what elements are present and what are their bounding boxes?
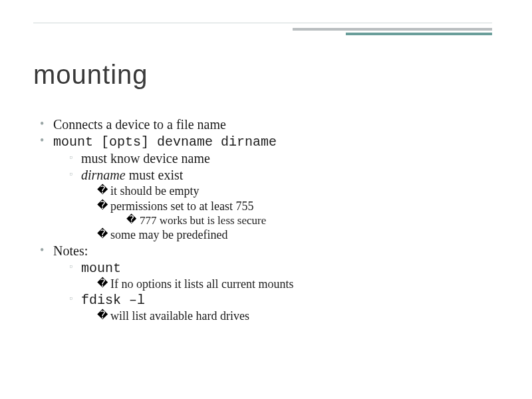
note-mount-desc: If no options it lists all current mount… (97, 277, 499, 292)
text: mount (81, 261, 121, 276)
text: it should be empty (110, 184, 200, 198)
slide: mounting Connects a device to a file nam… (0, 0, 532, 399)
text: must know device name (81, 151, 210, 166)
slide-title: mounting (33, 60, 148, 90)
text: fdisk –l (81, 293, 145, 308)
text: If no options it lists all current mount… (110, 277, 293, 291)
sub-dirname-exist: dirname must exist it should be empty pe… (69, 167, 499, 243)
text: mount [opts] devname dirname (53, 134, 277, 150)
slide-body: Connects a device to a file name mount [… (40, 116, 499, 324)
text: must exist (126, 168, 184, 182)
rule-long (33, 23, 492, 23)
sub-empty: it should be empty (97, 184, 499, 199)
sub-perm-755: permissions set to at least 755 777 work… (97, 199, 499, 228)
text: 777 works but is less secure (140, 214, 266, 227)
note-fdisk: fdisk –l will list available hard drives (69, 291, 499, 324)
text: Notes: (53, 243, 88, 258)
bullet-connects: Connects a device to a file name (40, 116, 499, 133)
dirname-word: dirname (81, 168, 126, 182)
note-fdisk-desc: will list available hard drives (97, 309, 499, 324)
bullet-mount-cmd: mount [opts] devname dirname must know d… (40, 133, 499, 243)
rule-grey (293, 28, 492, 31)
text: will list available hard drives (110, 309, 249, 323)
text: permissions set to at least 755 (110, 200, 253, 213)
rule-teal (346, 33, 492, 35)
sub-777: 777 works but is less secure (126, 213, 499, 227)
note-mount: mount If no options it lists all current… (69, 259, 499, 292)
sub-predefined: some may be predefined (97, 227, 499, 243)
sub-must-know: must know device name (69, 150, 499, 167)
bullet-notes: Notes: mount If no options it lists all … (40, 243, 499, 324)
text: Connects a device to a file name (53, 117, 226, 132)
text: some may be predefined (110, 228, 227, 241)
